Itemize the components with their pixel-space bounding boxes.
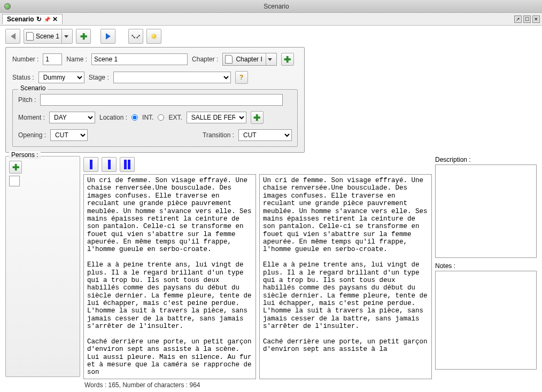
add-chapter-button[interactable]: ✚: [281, 53, 294, 66]
word-count: Words : 165, Number of characters : 964: [83, 379, 432, 391]
scene-selector-dropdown[interactable]: [61, 29, 70, 43]
chapter-selector[interactable]: Chapter I: [222, 53, 276, 66]
moment-label: Moment :: [18, 114, 45, 121]
persons-legend: Persons :: [9, 151, 41, 159]
plus-icon: ✚: [12, 162, 19, 173]
chevron-down-icon: [268, 58, 272, 61]
plus-icon: ✚: [253, 113, 260, 123]
notes-label: Notes :: [435, 262, 537, 270]
window-close-dot[interactable]: [4, 3, 11, 10]
play-button[interactable]: [100, 29, 115, 44]
add-scene-button[interactable]: ✚: [76, 29, 91, 44]
close-icon[interactable]: ✕: [532, 15, 540, 23]
play-icon: [106, 33, 111, 40]
refresh-icon: ↻: [36, 15, 42, 23]
restore-down-icon[interactable]: ↗: [514, 15, 522, 23]
editor-panes: Un cri de femme. Son visage effrayé. Une…: [83, 174, 432, 379]
maximize-icon[interactable]: ☐: [523, 15, 531, 23]
location-select[interactable]: SALLE DE FERME: [187, 112, 246, 123]
add-location-button[interactable]: ✚: [251, 111, 264, 124]
tab-window-controls: ↗ ☐ ✕: [514, 15, 540, 23]
back-button[interactable]: [5, 29, 20, 44]
page-icon: [225, 55, 233, 64]
person-slot[interactable]: [9, 176, 20, 186]
transition-label: Transition :: [203, 131, 234, 139]
scene-selector-label: Scene 1: [36, 33, 59, 40]
single-column-alt-button[interactable]: [102, 157, 117, 172]
stage-help-button[interactable]: ?: [235, 71, 248, 84]
chapter-dropdown[interactable]: [266, 53, 274, 65]
notes-box[interactable]: [435, 271, 537, 370]
view-toolbar: [83, 156, 432, 174]
description-label: Description :: [435, 156, 537, 163]
pitch-input[interactable]: [40, 94, 283, 106]
tab-close-icon[interactable]: ✕: [52, 15, 58, 23]
name-label: Name :: [66, 56, 87, 63]
fullscreen-button[interactable]: ⤡⤢: [128, 29, 143, 44]
main-content-row: Persons : ✚ Un cri de femme. Son visage …: [0, 153, 542, 382]
number-input[interactable]: [43, 53, 62, 65]
column-icon: [128, 160, 130, 169]
window-titlebar: Scenario: [0, 0, 542, 13]
status-label: Status :: [12, 74, 34, 81]
main-toolbar: Scene 1 ✚ ⤡⤢: [0, 26, 542, 47]
tab-scenario[interactable]: Scenario ↻ 📌 ✕: [2, 14, 63, 24]
scene-form: Number : Name : Chapter : Chapter I ✚ St…: [5, 47, 305, 153]
int-radio[interactable]: [131, 114, 138, 121]
ext-radio[interactable]: [158, 114, 164, 121]
add-person-button[interactable]: ✚: [9, 161, 22, 174]
chevron-down-icon: [64, 35, 68, 38]
bulb-icon: [152, 34, 156, 38]
right-column: Description : Notes :: [435, 156, 537, 377]
column-icon: [124, 160, 127, 169]
chapter-label: Chapter :: [192, 56, 218, 63]
plus-icon: ✚: [80, 32, 87, 42]
two-column-button[interactable]: [120, 157, 135, 172]
int-label: INT.: [142, 114, 153, 121]
triangle-left-icon: [11, 33, 16, 40]
column-icon: [108, 160, 111, 169]
help-icon: ?: [239, 74, 243, 81]
editor-column: Un cri de femme. Son visage effrayé. Une…: [83, 156, 432, 377]
number-label: Number :: [12, 56, 38, 63]
scenario-fieldset: Scenario Pitch : Moment : DAY Location :…: [12, 89, 298, 147]
description-box[interactable]: [435, 164, 537, 258]
transition-select[interactable]: CUT: [238, 129, 292, 141]
pin-icon[interactable]: 📌: [44, 17, 50, 22]
tab-row: Scenario ↻ 📌 ✕ ↗ ☐ ✕: [0, 13, 542, 26]
stage-select[interactable]: [113, 72, 231, 83]
scene-selector[interactable]: Scene 1: [24, 29, 73, 44]
name-input[interactable]: [91, 53, 188, 65]
status-select[interactable]: Dummy: [38, 72, 84, 83]
moment-select[interactable]: DAY: [49, 112, 95, 123]
scenario-legend: Scenario: [18, 84, 48, 92]
opening-select[interactable]: CUT: [50, 129, 88, 141]
expand-icon: ⤡⤢: [131, 33, 141, 40]
page-icon: [26, 32, 34, 41]
idea-button[interactable]: [146, 29, 161, 44]
window-title: Scenario: [15, 3, 538, 10]
chapter-value: Chapter I: [236, 56, 262, 63]
opening-label: Opening :: [18, 131, 46, 139]
editor-pane-right[interactable]: Un cri de femme. Son visage effrayé. Une…: [259, 174, 432, 379]
editor-pane-left[interactable]: Un cri de femme. Son visage effrayé. Une…: [83, 174, 256, 379]
single-column-button[interactable]: [83, 157, 98, 172]
pitch-label: Pitch :: [18, 96, 36, 104]
persons-panel: Persons : ✚: [5, 156, 80, 377]
column-icon: [90, 160, 92, 169]
stage-label: Stage :: [89, 74, 109, 81]
ext-label: EXT.: [168, 114, 182, 121]
tab-label: Scenario: [7, 15, 34, 23]
plus-icon: ✚: [284, 54, 291, 65]
location-label: Location :: [99, 114, 127, 121]
